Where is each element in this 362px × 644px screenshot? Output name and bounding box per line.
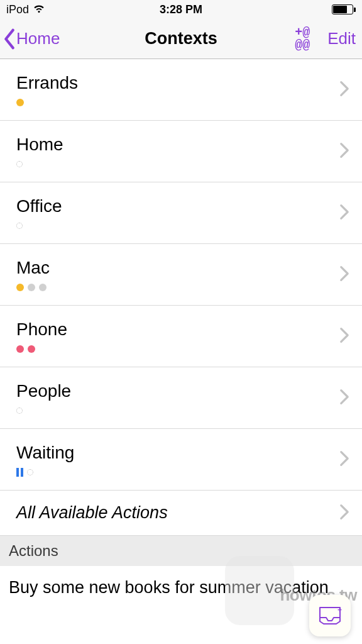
status-dot-empty <box>16 161 23 167</box>
context-row[interactable]: Phone <box>0 306 362 367</box>
wifi-icon <box>33 3 45 16</box>
chevron-right-icon <box>339 265 349 284</box>
context-row[interactable]: People <box>0 367 362 429</box>
status-dot <box>28 284 35 291</box>
context-label: Phone <box>16 319 67 340</box>
device-label: iPod <box>6 3 29 16</box>
chevron-right-icon <box>339 142 349 161</box>
chevron-right-icon <box>339 327 349 346</box>
status-dot <box>39 284 47 291</box>
context-row[interactable]: Mac <box>0 244 362 306</box>
status-bar: iPod 3:28 PM <box>0 0 362 19</box>
status-dot-empty <box>16 408 23 414</box>
chevron-right-icon <box>339 450 349 469</box>
all-available-actions[interactable]: All Available Actions <box>0 491 362 536</box>
chevron-right-icon <box>339 504 349 523</box>
clock: 3:28 PM <box>160 3 202 16</box>
chevron-left-icon <box>3 28 16 50</box>
indicators <box>16 345 67 353</box>
status-dot <box>28 345 35 353</box>
status-dot-empty <box>16 223 23 229</box>
context-label: People <box>16 381 71 401</box>
chevron-right-icon <box>339 389 349 408</box>
indicators <box>16 283 50 292</box>
indicators <box>16 468 74 477</box>
context-label: Mac <box>16 258 50 278</box>
page-title: Contexts <box>145 29 217 48</box>
svg-text:+: + <box>337 606 342 614</box>
context-list: ErrandsHomeOfficeMacPhonePeopleWaiting <box>0 59 362 491</box>
context-label: Waiting <box>16 443 74 463</box>
battery-icon <box>332 4 356 14</box>
indicators <box>16 160 63 169</box>
context-label: Home <box>16 135 63 155</box>
status-dot-empty <box>27 469 33 475</box>
context-row[interactable]: Errands <box>0 59 362 121</box>
inbox-icon: + <box>317 605 343 626</box>
chevron-right-icon <box>339 204 349 223</box>
nav-bar: Home Contexts +@ @@ Edit <box>0 19 362 59</box>
back-button[interactable]: Home <box>3 28 60 50</box>
pause-icon <box>16 468 23 477</box>
context-row[interactable]: Office <box>0 182 362 244</box>
context-row[interactable]: Waiting <box>0 429 362 491</box>
inbox-button[interactable]: + <box>309 595 351 636</box>
indicators <box>16 406 71 415</box>
indicators <box>16 98 78 107</box>
back-label: Home <box>16 29 60 48</box>
add-context-button[interactable]: +@ @@ <box>295 26 310 52</box>
context-label: Office <box>16 196 62 216</box>
section-header-actions: Actions <box>0 536 362 566</box>
status-dot <box>16 284 24 291</box>
all-actions-label: All Available Actions <box>16 503 168 523</box>
indicators <box>16 221 62 230</box>
edit-button[interactable]: Edit <box>327 29 356 48</box>
context-row[interactable]: Home <box>0 121 362 182</box>
status-dot <box>16 345 24 353</box>
context-label: Errands <box>16 73 78 93</box>
status-dot <box>16 99 24 106</box>
chevron-right-icon <box>339 80 349 99</box>
